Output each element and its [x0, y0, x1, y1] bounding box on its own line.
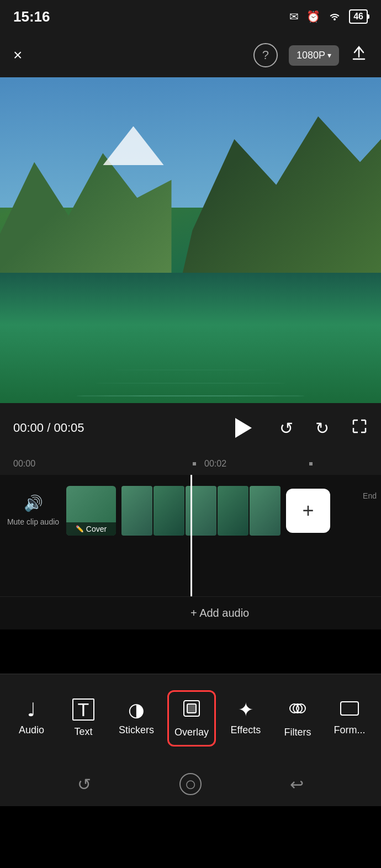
strip-frame-4 — [218, 486, 248, 536]
tool-format[interactable]: Form... — [327, 694, 372, 743]
mute-icon: 🔊 — [24, 494, 43, 512]
timeline-area[interactable]: 🔊 Mute clip audio ✏️ Cover + End — [0, 475, 381, 596]
status-icons: ✉ ⏰ 46 — [289, 9, 368, 24]
strip-frame-1 — [121, 486, 152, 536]
playback-controls: ↺ ↻ — [230, 414, 368, 442]
battery-indicator: 46 — [349, 9, 368, 24]
alarm-icon: ⏰ — [306, 10, 320, 23]
redo-button[interactable]: ↻ — [315, 419, 329, 438]
water-ripple-1 — [76, 395, 305, 396]
tool-stickers[interactable]: ◑ Stickers — [113, 694, 160, 743]
mute-label: Mute clip audio — [7, 517, 59, 527]
ruler-mark-2: 00:02 — [204, 459, 226, 469]
filters-icon — [288, 698, 308, 721]
tool-filters[interactable]: Filters — [276, 692, 320, 745]
help-button[interactable]: ? — [253, 43, 278, 67]
end-label: End — [363, 491, 377, 500]
message-icon: ✉ — [289, 10, 299, 23]
stickers-label: Stickers — [119, 724, 154, 736]
play-button[interactable] — [230, 414, 257, 442]
overlay-label: Overlay — [174, 727, 209, 738]
status-time: 15:16 — [13, 8, 50, 25]
bottom-toolbar: ♩ Audio T Text ◑ Stickers Overlay ✦ Effe… — [0, 674, 381, 762]
nav-home-button[interactable]: ○ — [179, 773, 202, 795]
text-label: Text — [74, 726, 92, 738]
tool-overlay[interactable]: Overlay — [167, 690, 216, 747]
quality-selector[interactable]: 1080P ▾ — [289, 45, 339, 66]
mountain-scene — [0, 77, 381, 403]
wifi-icon — [328, 10, 341, 23]
edit-pencil-icon: ✏️ — [76, 525, 84, 533]
format-icon — [340, 700, 359, 719]
nav-back-button[interactable]: ↺ — [77, 775, 91, 794]
time-separator: / — [47, 421, 50, 435]
strip-frame-5 — [250, 486, 281, 536]
export-button[interactable] — [350, 45, 368, 66]
current-time: 00:00 — [13, 421, 44, 435]
overlay-icon — [182, 698, 202, 721]
toolbar-right: ? 1080P ▾ — [253, 43, 368, 67]
effects-label: Effects — [231, 724, 261, 736]
add-audio-button[interactable]: + Add audio — [190, 607, 249, 620]
add-audio-label: + Add audio — [190, 607, 249, 620]
audio-label: Audio — [19, 724, 44, 736]
tool-text[interactable]: T Text — [61, 692, 105, 744]
effects-icon: ✦ — [238, 700, 253, 719]
text-icon: T — [72, 698, 94, 721]
water-ripple-3 — [114, 369, 267, 371]
playhead — [190, 475, 192, 596]
audio-icon: ♩ — [27, 700, 36, 719]
time-display: 00:00 / 00:05 — [13, 421, 84, 435]
strip-frame-2 — [154, 486, 184, 536]
close-button[interactable]: × — [13, 46, 22, 64]
mute-clip-section[interactable]: 🔊 Mute clip audio — [0, 494, 61, 527]
total-time: 00:05 — [54, 421, 84, 435]
add-audio-row[interactable]: + Add audio — [0, 596, 381, 629]
water-ripple-2 — [96, 383, 286, 384]
main-toolbar: × ? 1080P ▾ — [0, 33, 381, 77]
ruler-mark-0: 00:00 — [13, 459, 35, 469]
svg-rect-1 — [187, 704, 196, 713]
status-bar: 15:16 ✉ ⏰ 46 — [0, 0, 381, 33]
nav-recent-button[interactable]: ↩ — [290, 775, 304, 794]
lake — [0, 273, 381, 403]
chevron-down-icon: ▾ — [327, 51, 331, 60]
play-icon — [235, 418, 252, 438]
cover-badge: ✏️ Cover — [66, 522, 116, 536]
add-clip-button[interactable]: + — [286, 489, 330, 533]
filters-label: Filters — [284, 727, 311, 738]
tool-effects[interactable]: ✦ Effects — [224, 694, 268, 743]
bottom-spacer — [0, 629, 381, 674]
playback-bar: 00:00 / 00:05 ↺ ↻ — [0, 403, 381, 453]
video-preview — [0, 77, 381, 403]
tool-audio[interactable]: ♩ Audio — [9, 694, 54, 743]
cover-thumbnail[interactable]: ✏️ Cover — [66, 486, 116, 536]
undo-button[interactable]: ↺ — [279, 419, 293, 438]
video-strip[interactable] — [121, 486, 281, 536]
svg-rect-5 — [341, 702, 358, 715]
timeline-ruler: 00:00 00:02 — [0, 453, 381, 475]
fullscreen-button[interactable] — [351, 418, 368, 438]
nav-bar: ↺ ○ ↩ — [0, 762, 381, 806]
format-label: Form... — [334, 724, 365, 736]
toolbar-left: × — [13, 46, 22, 64]
stickers-icon: ◑ — [128, 700, 145, 719]
